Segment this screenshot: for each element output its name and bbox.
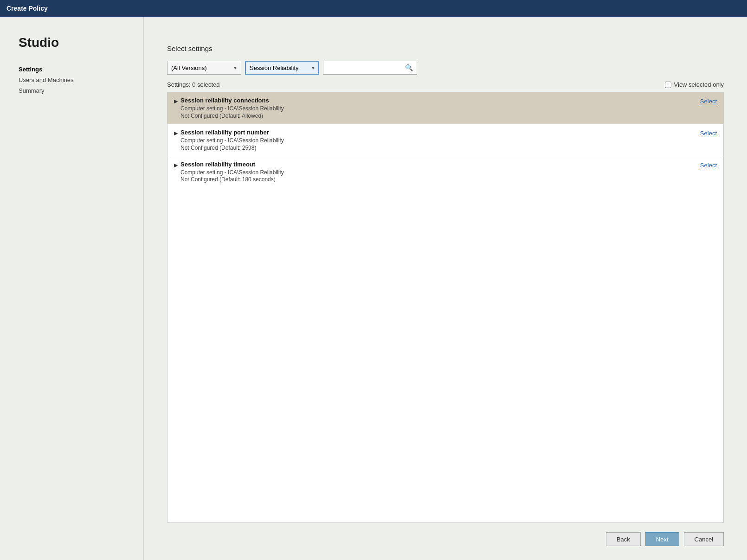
settings-list: ▶ Session reliability connections Comput… — [167, 92, 724, 523]
setting-item-timeout: ▶ Session reliability timeout Computer s… — [167, 156, 723, 188]
view-selected-only: View selected only — [665, 81, 724, 88]
sidebar-item-summary[interactable]: Summary — [19, 85, 129, 96]
back-button[interactable]: Back — [606, 532, 641, 546]
setting-item-port: ▶ Session reliability port number Comput… — [167, 124, 723, 156]
section-title: Select settings — [167, 45, 724, 52]
expand-arrow-icon-3[interactable]: ▶ — [174, 162, 178, 168]
search-icon: 🔍 — [405, 64, 413, 71]
settings-count: Settings: 0 selected — [167, 81, 219, 88]
setting-desc-timeout: Computer setting - ICA\Session Reliabili… — [180, 169, 284, 177]
settings-info-row: Settings: 0 selected View selected only — [167, 81, 724, 88]
setting-desc-connections: Computer setting - ICA\Session Reliabili… — [180, 105, 284, 113]
cancel-button[interactable]: Cancel — [684, 532, 724, 546]
category-filter[interactable]: Session ReliabilityICAGeneralBandwidth — [245, 61, 319, 75]
category-filter-wrapper: Session ReliabilityICAGeneralBandwidth ▼ — [245, 61, 319, 75]
search-input[interactable] — [327, 64, 405, 71]
content-area: Select settings (All Versions)5.05.57.0 … — [144, 17, 747, 560]
setting-item-connections: ▶ Session reliability connections Comput… — [167, 92, 723, 124]
setting-name-timeout: Session reliability timeout — [180, 161, 284, 168]
sidebar-item-users-machines[interactable]: Users and Machines — [19, 75, 129, 85]
select-link-connections[interactable]: Select — [700, 97, 717, 105]
view-selected-checkbox[interactable] — [665, 82, 671, 88]
next-button[interactable]: Next — [645, 532, 679, 546]
setting-status-connections: Not Configured (Default: Allowed) — [180, 113, 284, 119]
sidebar-nav: Settings Users and Machines Summary — [19, 64, 129, 96]
filter-row: (All Versions)5.05.57.0 ▼ Session Reliab… — [167, 61, 724, 75]
setting-item-left-timeout: ▶ Session reliability timeout Computer s… — [174, 161, 691, 183]
expand-arrow-icon-2[interactable]: ▶ — [174, 130, 178, 136]
version-filter-wrapper: (All Versions)5.05.57.0 ▼ — [167, 61, 241, 75]
expand-arrow-icon[interactable]: ▶ — [174, 98, 178, 104]
sidebar-item-settings[interactable]: Settings — [19, 64, 129, 75]
main-container: Studio Settings Users and Machines Summa… — [0, 17, 747, 560]
setting-item-left-port: ▶ Session reliability port number Comput… — [174, 129, 691, 151]
title-bar-label: Create Policy — [6, 5, 48, 12]
setting-status-timeout: Not Configured (Default: 180 seconds) — [180, 176, 284, 183]
sidebar: Studio Settings Users and Machines Summa… — [0, 17, 144, 560]
setting-name-port: Session reliability port number — [180, 129, 284, 136]
setting-desc-port: Computer setting - ICA\Session Reliabili… — [180, 137, 284, 145]
search-box: 🔍 — [323, 61, 417, 75]
select-link-port[interactable]: Select — [700, 129, 717, 137]
title-bar: Create Policy — [0, 0, 747, 17]
setting-status-port: Not Configured (Default: 2598) — [180, 145, 284, 151]
select-link-timeout[interactable]: Select — [700, 161, 717, 169]
app-name: Studio — [19, 35, 129, 50]
button-row: Back Next Cancel — [167, 523, 724, 546]
view-selected-label: View selected only — [674, 81, 724, 88]
setting-item-left-connections: ▶ Session reliability connections Comput… — [174, 97, 691, 119]
version-filter[interactable]: (All Versions)5.05.57.0 — [167, 61, 241, 75]
setting-name-connections: Session reliability connections — [180, 97, 284, 104]
